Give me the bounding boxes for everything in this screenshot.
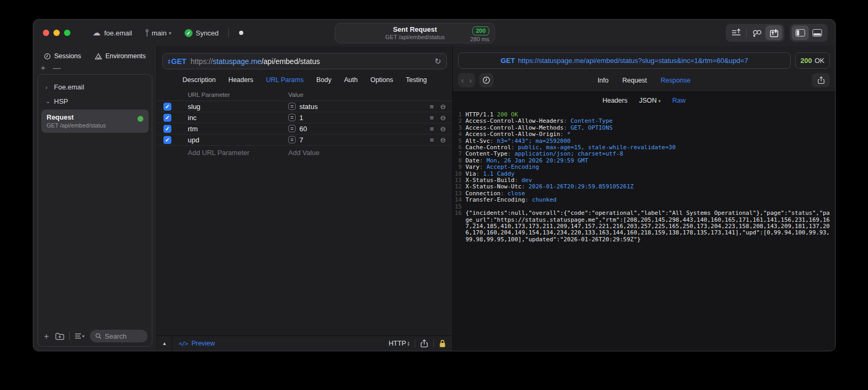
sidebar-tab-environments[interactable]: Environments bbox=[95, 52, 145, 60]
minimize-window-button[interactable] bbox=[53, 30, 60, 36]
tree-item-foe-email[interactable]: › Foe.email bbox=[41, 80, 149, 94]
tree-item-hsp[interactable]: ⌄ HSP bbox=[41, 94, 149, 108]
line-number: 16 bbox=[453, 210, 465, 243]
sent-url: https://statuspage.me/api/embed/status?s… bbox=[518, 57, 748, 65]
response-tab-info[interactable]: Info bbox=[598, 77, 609, 84]
response-tab-request[interactable]: Request bbox=[623, 77, 647, 84]
toggle-bottom-panel-button[interactable] bbox=[809, 25, 826, 40]
sort-list-button[interactable] bbox=[75, 332, 85, 340]
sync-requests-button[interactable] bbox=[765, 25, 782, 40]
param-checkbox[interactable]: ✓ bbox=[163, 136, 171, 144]
param-value[interactable]: 7 bbox=[299, 136, 303, 144]
code-line: 14Transfer-Encoding: chunked bbox=[453, 197, 833, 203]
app-window: ☁ foe.email main ▾ ✓ Synced Sent Request… bbox=[33, 19, 836, 351]
tab-options[interactable]: Options bbox=[370, 76, 393, 84]
link-loop-button[interactable] bbox=[748, 25, 765, 40]
url-host: statuspage.me bbox=[213, 57, 261, 66]
request-item-title: Request bbox=[47, 113, 143, 121]
param-name[interactable]: slug bbox=[188, 103, 288, 111]
remove-session-button[interactable]: — bbox=[53, 63, 61, 72]
tab-description[interactable]: Description bbox=[182, 76, 216, 84]
clock-icon bbox=[44, 53, 51, 60]
request-url-text[interactable]: https://statuspage.me/api/embed/status bbox=[190, 57, 319, 66]
sidebar-footer: ＋ bbox=[38, 326, 152, 346]
add-value-placeholder[interactable]: Add Value bbox=[288, 149, 446, 157]
lock-icon[interactable] bbox=[439, 339, 446, 348]
response-subtab-headers[interactable]: Headers bbox=[602, 97, 627, 104]
zoom-window-button[interactable] bbox=[64, 30, 70, 36]
project-group: ☁ foe.email main ▾ ✓ Synced bbox=[93, 28, 243, 38]
titlebar: ☁ foe.email main ▾ ✓ Synced Sent Request… bbox=[33, 20, 835, 46]
protocol-selector[interactable]: HTTP ▴▾ bbox=[389, 340, 409, 347]
remove-row-icon[interactable]: ⊖ bbox=[440, 114, 446, 122]
import-export-button[interactable] bbox=[728, 25, 745, 40]
row-options-icon[interactable]: ≡ bbox=[430, 103, 434, 111]
collapsed-caret-icon: › bbox=[45, 84, 50, 90]
project-name[interactable]: foe.email bbox=[104, 29, 132, 37]
param-checkbox[interactable]: ✓ bbox=[163, 125, 171, 133]
param-name[interactable]: inc bbox=[188, 114, 288, 122]
tab-testing[interactable]: Testing bbox=[406, 76, 427, 84]
add-parameter-row[interactable]: Add URL Parameter Add Value bbox=[157, 146, 452, 160]
sidebar-tab-sessions[interactable]: Sessions bbox=[44, 52, 81, 60]
request-list-item[interactable]: Request GET /api/embed/status bbox=[41, 110, 149, 133]
add-param-placeholder[interactable]: Add URL Parameter bbox=[188, 149, 288, 157]
tab-body[interactable]: Body bbox=[316, 76, 332, 84]
param-checkbox[interactable]: ✓ bbox=[163, 114, 171, 122]
param-value[interactable]: 1 bbox=[299, 114, 303, 122]
search-input[interactable]: Search bbox=[90, 330, 148, 342]
remove-row-icon[interactable]: ⊖ bbox=[440, 103, 446, 111]
row-options-icon[interactable]: ≡ bbox=[430, 114, 434, 122]
tree-item-label: HSP bbox=[54, 97, 68, 105]
param-value[interactable]: status bbox=[299, 103, 318, 111]
request-url-bar[interactable]: ▴▾ GET https://statuspage.me/api/embed/s… bbox=[162, 53, 447, 69]
tab-url-params[interactable]: URL Params bbox=[266, 76, 304, 84]
close-window-button[interactable] bbox=[43, 30, 49, 36]
share-icon bbox=[818, 76, 825, 84]
new-folder-button[interactable] bbox=[55, 332, 65, 340]
add-session-button[interactable]: + bbox=[41, 63, 45, 72]
response-tab-response[interactable]: Response bbox=[661, 77, 690, 84]
export-response-button[interactable] bbox=[812, 73, 830, 87]
response-status-code: 200 bbox=[800, 57, 812, 65]
back-button[interactable]: ‹ bbox=[461, 76, 464, 85]
response-subtab-raw[interactable]: Raw bbox=[672, 97, 686, 104]
collapse-editor-button[interactable]: ▲ bbox=[157, 336, 172, 351]
toggle-sidebar-button[interactable] bbox=[792, 25, 809, 40]
remove-row-icon[interactable]: ⊖ bbox=[440, 136, 446, 144]
history-button[interactable] bbox=[479, 73, 494, 87]
preview-button[interactable]: </> Preview bbox=[179, 340, 215, 347]
response-status-box: 200 OK bbox=[795, 52, 830, 69]
request-panel: ▴▾ GET https://statuspage.me/api/embed/s… bbox=[157, 46, 453, 351]
param-name[interactable]: upd bbox=[188, 136, 288, 144]
expanded-caret-icon: ⌄ bbox=[45, 98, 50, 105]
line-number: 9 bbox=[453, 164, 465, 170]
sent-request-line[interactable]: GET https://statuspage.me/api/embed/stat… bbox=[458, 52, 791, 69]
forward-button[interactable]: › bbox=[469, 76, 472, 85]
sync-status[interactable]: ✓ Synced bbox=[185, 29, 218, 37]
tab-auth[interactable]: Auth bbox=[344, 76, 358, 84]
equals-operator-icon: = bbox=[288, 125, 296, 132]
remove-row-icon[interactable]: ⊖ bbox=[440, 125, 446, 133]
code-icon: </> bbox=[179, 340, 188, 347]
divider bbox=[433, 339, 434, 348]
param-name[interactable]: rtm bbox=[188, 125, 288, 133]
resend-request-button[interactable]: ↻ bbox=[434, 57, 441, 66]
branch-selector[interactable]: main ▾ bbox=[144, 29, 171, 37]
clock-icon bbox=[482, 76, 490, 84]
tab-headers[interactable]: Headers bbox=[229, 76, 253, 84]
row-options-icon[interactable]: ≡ bbox=[430, 136, 434, 144]
param-checkbox[interactable]: ✓ bbox=[163, 103, 171, 111]
sync-label: Synced bbox=[196, 29, 218, 37]
share-button[interactable] bbox=[421, 339, 428, 348]
add-item-button[interactable]: ＋ bbox=[42, 331, 50, 341]
param-value[interactable]: 60 bbox=[299, 125, 307, 133]
sent-request-summary[interactable]: Sent Request GET /api/embed/status 200 2… bbox=[335, 23, 495, 43]
response-subtab-json[interactable]: JSON▾ bbox=[639, 97, 661, 104]
sent-request-title: Sent Request bbox=[385, 25, 444, 34]
method-label: GET bbox=[171, 57, 187, 66]
sync-box-icon bbox=[770, 29, 779, 38]
response-raw-view[interactable]: 1HTTP/1.1 200 OK2Access-Control-Allow-He… bbox=[453, 108, 835, 351]
method-selector[interactable]: ▴▾ GET bbox=[168, 57, 186, 66]
row-options-icon[interactable]: ≡ bbox=[430, 125, 434, 133]
